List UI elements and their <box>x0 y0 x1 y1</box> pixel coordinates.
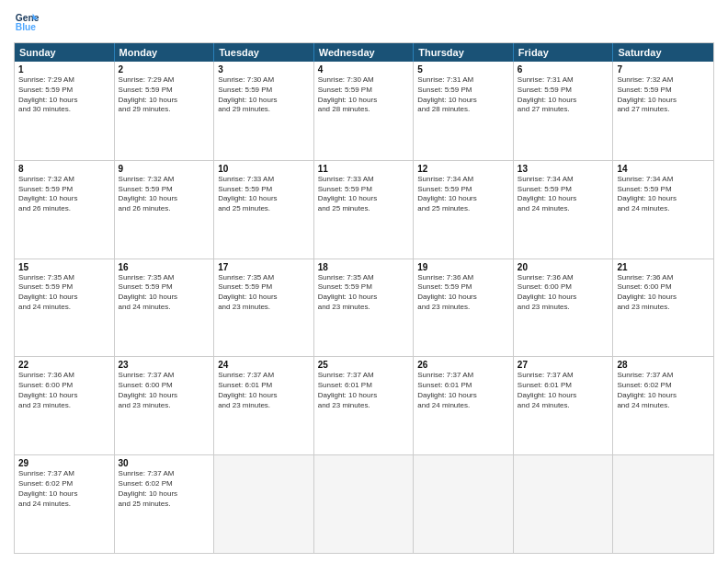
day-number: 28 <box>617 360 710 370</box>
day-number: 19 <box>417 262 509 272</box>
day-cell-20: 20Sunrise: 7:36 AMSunset: 6:00 PMDayligh… <box>514 259 614 357</box>
day-info: Sunrise: 7:37 AMSunset: 6:02 PMDaylight:… <box>119 469 210 509</box>
day-number: 14 <box>617 164 710 174</box>
day-info: Sunrise: 7:34 AMSunset: 5:59 PMDaylight:… <box>417 175 509 214</box>
day-number: 13 <box>518 164 609 174</box>
day-number: 7 <box>617 64 710 75</box>
day-cell-2: 2Sunrise: 7:29 AMSunset: 5:59 PMDaylight… <box>115 62 215 160</box>
day-cell-empty <box>214 455 314 553</box>
day-info: Sunrise: 7:34 AMSunset: 5:59 PMDaylight:… <box>617 175 710 214</box>
day-cell-7: 7Sunrise: 7:32 AMSunset: 5:59 PMDaylight… <box>613 62 713 160</box>
day-info: Sunrise: 7:36 AMSunset: 5:59 PMDaylight:… <box>417 273 509 313</box>
day-cell-23: 23Sunrise: 7:37 AMSunset: 6:00 PMDayligh… <box>115 357 215 454</box>
day-info: Sunrise: 7:36 AMSunset: 6:00 PMDaylight:… <box>518 273 609 313</box>
header-cell-wednesday: Wednesday <box>314 43 415 62</box>
day-number: 16 <box>119 262 210 272</box>
day-cell-29: 29Sunrise: 7:37 AMSunset: 6:02 PMDayligh… <box>15 455 115 553</box>
day-cell-26: 26Sunrise: 7:37 AMSunset: 6:01 PMDayligh… <box>414 357 514 454</box>
day-number: 22 <box>18 360 110 370</box>
day-info: Sunrise: 7:30 AMSunset: 5:59 PMDaylight:… <box>218 75 310 115</box>
calendar-week-4: 22Sunrise: 7:36 AMSunset: 6:00 PMDayligh… <box>15 356 713 454</box>
day-number: 6 <box>518 64 609 75</box>
day-cell-1: 1Sunrise: 7:29 AMSunset: 5:59 PMDaylight… <box>15 62 115 160</box>
day-number: 25 <box>318 360 410 370</box>
day-number: 23 <box>119 360 210 370</box>
svg-text:Blue: Blue <box>16 22 37 32</box>
day-info: Sunrise: 7:32 AMSunset: 5:59 PMDaylight:… <box>18 175 110 214</box>
day-info: Sunrise: 7:33 AMSunset: 5:59 PMDaylight:… <box>218 175 310 214</box>
day-info: Sunrise: 7:32 AMSunset: 5:59 PMDaylight:… <box>119 175 210 214</box>
header-cell-friday: Friday <box>514 43 614 62</box>
day-info: Sunrise: 7:35 AMSunset: 5:59 PMDaylight:… <box>119 273 210 313</box>
day-number: 8 <box>18 164 110 174</box>
calendar-week-5: 29Sunrise: 7:37 AMSunset: 6:02 PMDayligh… <box>15 454 713 553</box>
day-cell-5: 5Sunrise: 7:31 AMSunset: 5:59 PMDaylight… <box>414 62 514 160</box>
day-info: Sunrise: 7:36 AMSunset: 6:00 PMDaylight:… <box>18 371 110 410</box>
day-number: 26 <box>417 360 509 370</box>
calendar-grid: SundayMondayTuesdayWednesdayThursdayFrid… <box>14 42 714 554</box>
header-cell-tuesday: Tuesday <box>214 43 314 62</box>
day-info: Sunrise: 7:37 AMSunset: 6:01 PMDaylight:… <box>518 371 609 410</box>
day-cell-25: 25Sunrise: 7:37 AMSunset: 6:01 PMDayligh… <box>314 357 415 454</box>
day-info: Sunrise: 7:37 AMSunset: 6:02 PMDaylight:… <box>617 371 710 410</box>
calendar-week-1: 1Sunrise: 7:29 AMSunset: 5:59 PMDaylight… <box>15 62 713 160</box>
header-cell-sunday: Sunday <box>15 43 115 62</box>
day-number: 27 <box>518 360 609 370</box>
day-number: 11 <box>318 164 410 174</box>
day-info: Sunrise: 7:37 AMSunset: 6:02 PMDaylight:… <box>18 469 110 509</box>
day-cell-21: 21Sunrise: 7:36 AMSunset: 6:00 PMDayligh… <box>613 259 713 357</box>
day-info: Sunrise: 7:31 AMSunset: 5:59 PMDaylight:… <box>518 75 609 115</box>
day-number: 20 <box>518 262 609 272</box>
header-cell-saturday: Saturday <box>613 43 713 62</box>
day-cell-empty <box>613 455 713 553</box>
day-number: 2 <box>119 64 210 75</box>
day-number: 10 <box>218 164 310 174</box>
day-number: 29 <box>18 458 110 468</box>
day-info: Sunrise: 7:30 AMSunset: 5:59 PMDaylight:… <box>318 75 410 115</box>
day-info: Sunrise: 7:37 AMSunset: 6:00 PMDaylight:… <box>119 371 210 410</box>
day-info: Sunrise: 7:35 AMSunset: 5:59 PMDaylight:… <box>318 273 410 313</box>
day-cell-28: 28Sunrise: 7:37 AMSunset: 6:02 PMDayligh… <box>613 357 713 454</box>
day-number: 1 <box>18 64 110 75</box>
day-cell-13: 13Sunrise: 7:34 AMSunset: 5:59 PMDayligh… <box>514 161 614 259</box>
header-cell-thursday: Thursday <box>414 43 514 62</box>
day-number: 5 <box>417 64 509 75</box>
day-cell-10: 10Sunrise: 7:33 AMSunset: 5:59 PMDayligh… <box>214 161 314 259</box>
calendar-body: 1Sunrise: 7:29 AMSunset: 5:59 PMDaylight… <box>15 62 713 553</box>
day-cell-19: 19Sunrise: 7:36 AMSunset: 5:59 PMDayligh… <box>414 259 514 357</box>
day-cell-empty <box>414 455 514 553</box>
day-cell-30: 30Sunrise: 7:37 AMSunset: 6:02 PMDayligh… <box>115 455 215 553</box>
day-number: 30 <box>119 458 210 468</box>
day-number: 9 <box>119 164 210 174</box>
day-number: 24 <box>218 360 310 370</box>
day-cell-empty <box>314 455 415 553</box>
logo-icon: General Blue <box>14 9 40 35</box>
calendar-week-2: 8Sunrise: 7:32 AMSunset: 5:59 PMDaylight… <box>15 160 713 259</box>
day-info: Sunrise: 7:35 AMSunset: 5:59 PMDaylight:… <box>218 273 310 313</box>
day-cell-16: 16Sunrise: 7:35 AMSunset: 5:59 PMDayligh… <box>115 259 215 357</box>
day-info: Sunrise: 7:37 AMSunset: 6:01 PMDaylight:… <box>318 371 410 410</box>
day-info: Sunrise: 7:29 AMSunset: 5:59 PMDaylight:… <box>119 75 210 115</box>
day-cell-8: 8Sunrise: 7:32 AMSunset: 5:59 PMDaylight… <box>15 161 115 259</box>
day-cell-empty <box>514 455 614 553</box>
day-info: Sunrise: 7:34 AMSunset: 5:59 PMDaylight:… <box>518 175 609 214</box>
day-cell-17: 17Sunrise: 7:35 AMSunset: 5:59 PMDayligh… <box>214 259 314 357</box>
logo: General Blue <box>14 9 40 35</box>
day-cell-3: 3Sunrise: 7:30 AMSunset: 5:59 PMDaylight… <box>214 62 314 160</box>
day-cell-12: 12Sunrise: 7:34 AMSunset: 5:59 PMDayligh… <box>414 161 514 259</box>
page-header: General Blue <box>14 9 714 35</box>
day-cell-15: 15Sunrise: 7:35 AMSunset: 5:59 PMDayligh… <box>15 259 115 357</box>
day-number: 3 <box>218 64 310 75</box>
day-number: 17 <box>218 262 310 272</box>
day-cell-11: 11Sunrise: 7:33 AMSunset: 5:59 PMDayligh… <box>314 161 415 259</box>
header-cell-monday: Monday <box>115 43 215 62</box>
day-info: Sunrise: 7:35 AMSunset: 5:59 PMDaylight:… <box>18 273 110 313</box>
day-cell-24: 24Sunrise: 7:37 AMSunset: 6:01 PMDayligh… <box>214 357 314 454</box>
day-number: 4 <box>318 64 410 75</box>
calendar-week-3: 15Sunrise: 7:35 AMSunset: 5:59 PMDayligh… <box>15 259 713 357</box>
day-info: Sunrise: 7:31 AMSunset: 5:59 PMDaylight:… <box>417 75 509 115</box>
day-info: Sunrise: 7:29 AMSunset: 5:59 PMDaylight:… <box>18 75 110 115</box>
day-cell-6: 6Sunrise: 7:31 AMSunset: 5:59 PMDaylight… <box>514 62 614 160</box>
day-info: Sunrise: 7:33 AMSunset: 5:59 PMDaylight:… <box>318 175 410 214</box>
day-number: 21 <box>617 262 710 272</box>
